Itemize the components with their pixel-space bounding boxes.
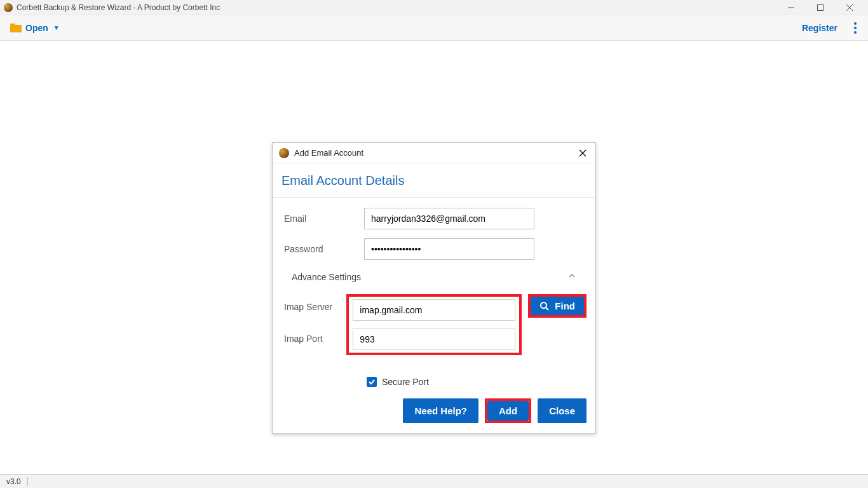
close-button[interactable]: Close: [538, 398, 587, 423]
more-menu-button[interactable]: [849, 22, 862, 34]
search-icon: [539, 301, 550, 311]
window-titlebar: Corbett Backup & Restore Wizard - A Prod…: [0, 0, 868, 15]
folder-icon: [10, 24, 22, 32]
separator: [273, 197, 595, 198]
password-label: Password: [281, 244, 364, 254]
find-button[interactable]: Find: [531, 297, 584, 315]
imap-server-label: Imap Server: [281, 294, 346, 312]
status-divider: [27, 477, 28, 486]
advance-settings-toggle[interactable]: Advance Settings: [281, 269, 587, 285]
window-close-button[interactable]: [835, 0, 864, 15]
svg-line-7: [546, 308, 548, 310]
imap-fields-highlight: [346, 294, 522, 355]
version-label: v3.0: [6, 477, 21, 486]
imap-server-field[interactable]: [353, 299, 515, 321]
need-help-button[interactable]: Need Help?: [403, 398, 478, 423]
dialog-titlebar: Add Email Account: [273, 143, 595, 163]
dialog-app-icon: [279, 148, 289, 158]
open-menu-button[interactable]: Open ▼: [6, 20, 64, 36]
secure-port-checkbox[interactable]: [367, 377, 377, 387]
chevron-down-icon: ▼: [53, 24, 60, 31]
register-link[interactable]: Register: [802, 23, 837, 33]
add-button[interactable]: Add: [487, 401, 529, 421]
imap-port-field[interactable]: [353, 329, 515, 350]
svg-rect-1: [818, 4, 824, 10]
window-title: Corbett Backup & Restore Wizard - A Prod…: [17, 3, 220, 12]
secure-port-label: Secure Port: [382, 377, 429, 387]
dialog-title: Add Email Account: [294, 148, 363, 158]
window-minimize-button[interactable]: [776, 0, 806, 15]
section-title: Email Account Details: [281, 173, 587, 188]
open-label: Open: [25, 23, 48, 33]
dialog-close-button[interactable]: [576, 147, 589, 159]
add-button-highlight: Add: [485, 398, 531, 423]
toolbar: Open ▼ Register: [0, 15, 868, 41]
chevron-up-icon: [567, 271, 576, 283]
advance-settings-label: Advance Settings: [292, 272, 361, 282]
window-maximize-button[interactable]: [806, 0, 835, 15]
status-bar: v3.0: [0, 474, 868, 488]
find-button-label: Find: [555, 301, 575, 311]
svg-point-6: [541, 302, 546, 308]
main-area: Add Email Account Email Account Details …: [0, 41, 868, 474]
find-button-highlight: Find: [528, 294, 587, 318]
add-email-account-dialog: Add Email Account Email Account Details …: [272, 142, 596, 434]
imap-port-label: Imap Port: [281, 334, 364, 344]
app-icon: [4, 3, 13, 12]
email-label: Email: [281, 214, 364, 224]
password-field[interactable]: [364, 238, 534, 260]
email-field[interactable]: [364, 208, 534, 229]
